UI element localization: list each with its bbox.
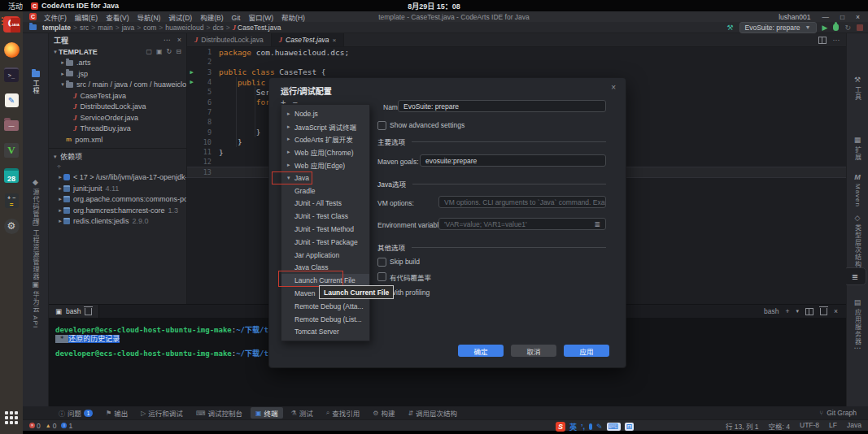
config-type-6[interactable]: Gradle <box>281 184 369 197</box>
editor-tab-0[interactable]: JDistributedLock.java <box>187 33 272 46</box>
activity-right-maven[interactable]: MMaven <box>847 173 868 207</box>
activity-right-outline[interactable]: ≣ <box>844 267 866 285</box>
menu-item-4[interactable]: 调试(D) <box>164 14 196 22</box>
activity-left-resource-explorer[interactable]: ▢工程资源管理器 <box>23 219 48 280</box>
virtual-keyboard-icon[interactable]: ⌨ <box>607 423 621 431</box>
dependency-item-3[interactable]: ▸org.hamcrest:hamcrest-core1.3 <box>49 205 186 216</box>
panel-tab-call-hierarchy[interactable]: ⇵调用层次结构 <box>403 407 462 419</box>
close-panel-icon[interactable]: × <box>177 36 181 44</box>
split-terminal-icon[interactable] <box>805 308 813 315</box>
breadcrumb-seg-2[interactable]: main <box>96 24 114 32</box>
status-item-2[interactable]: UTF-8 <box>800 421 819 431</box>
close-panel-icon[interactable]: × <box>834 307 838 315</box>
close-button[interactable]: × <box>856 13 860 21</box>
more-actions-icon[interactable]: ⋯ <box>164 36 171 44</box>
skip-build-checkbox[interactable] <box>377 258 386 267</box>
cancel-button[interactable]: 取消 <box>511 345 556 357</box>
errors-indicator[interactable]: × 0 <box>29 422 41 430</box>
new-file-icon[interactable]: ▢ <box>146 48 152 55</box>
user-name[interactable]: lushan001 <box>779 13 810 21</box>
dock-firefox[interactable] <box>2 39 21 60</box>
dock-settings[interactable]: ⚙ <box>2 215 21 237</box>
panel-tab-terminal[interactable]: ▣终端 <box>251 407 283 419</box>
status-item-3[interactable]: LF <box>829 421 837 431</box>
git-graph-label[interactable]: Git Graph <box>827 409 857 417</box>
dock-calendar[interactable]: 28 <box>2 165 21 186</box>
dock-codearts[interactable]: CJAVA <box>2 14 21 35</box>
editor-tab-1[interactable]: JCaseTest.java× <box>272 33 344 46</box>
run-gutter-icon[interactable]: ▶ <box>187 69 196 76</box>
activity-left-huawei-cloud-api[interactable]: ▣华为云 API <box>23 280 48 328</box>
ok-button[interactable]: 确定 <box>458 345 504 357</box>
config-type-5[interactable]: ▾Java <box>281 171 369 184</box>
warnings-indicator[interactable]: ▲ 0 <box>46 422 57 430</box>
delete-terminal-icon[interactable] <box>820 308 827 315</box>
activity-right-app-server[interactable]: ▤应用服务器 <box>847 298 868 345</box>
dependencies-filter-icon[interactable]: ÷ <box>49 163 186 172</box>
config-type-9[interactable]: JUnit - Test Method <box>281 223 369 236</box>
config-type-7[interactable]: JUnit - All Tests <box>281 197 369 210</box>
run-config-selector[interactable]: EvoSuite: prepare ▼ <box>739 22 817 33</box>
menu-item-1[interactable]: 编辑(E) <box>71 14 102 22</box>
ime-punctuation-toggle[interactable]: ’, <box>581 423 585 431</box>
clock[interactable]: 8月29日 15：08 <box>0 1 868 11</box>
maximize-button[interactable]: □ <box>840 13 844 21</box>
maven-goals-input[interactable]: evosuite:prepare <box>420 154 606 167</box>
config-type-3[interactable]: ▸Web 应用(Chrome) <box>281 145 369 158</box>
tree-item-2[interactable]: ▸.jsp <box>49 68 186 80</box>
config-type-8[interactable]: JUnit - Test Class <box>281 210 369 223</box>
dock-calculator[interactable]: + −= <box>2 190 21 211</box>
dependency-item-0[interactable]: ▸< 17 > /usr/lib/jvm/java-17-openjdk-amd… <box>49 172 186 184</box>
activity-right-tools[interactable]: ⚒工具 <box>847 76 868 101</box>
tree-item-7[interactable]: JThreadBuy.java <box>49 124 186 135</box>
panel-tab-test[interactable]: ⚗测试 <box>286 407 318 419</box>
microphone-icon[interactable] <box>589 423 592 430</box>
config-type-0[interactable]: ▸Node.js <box>281 107 369 120</box>
run-gutter-icon[interactable]: ▶ <box>187 79 196 85</box>
new-folder-icon[interactable]: ▣ <box>156 48 163 55</box>
dock-terminal[interactable]: >_ <box>2 64 21 85</box>
activity-left-project[interactable]: 工程 <box>23 71 48 94</box>
tree-item-1[interactable]: ▸.arts <box>49 58 186 69</box>
handwriting-pen-icon[interactable]: ✎ <box>596 423 603 431</box>
panel-tab-problems[interactable]: ⓘ问题1 <box>54 407 98 419</box>
build-hammer-icon[interactable]: ⚒ <box>726 24 733 32</box>
config-type-11[interactable]: Jar Application <box>281 249 369 262</box>
dock-text-editor[interactable]: ✎ <box>2 89 21 111</box>
name-input[interactable]: EvoSuite: prepare <box>398 100 606 112</box>
panel-tab-find-references[interactable]: ⌕查找引用 <box>321 407 365 419</box>
close-tab-icon[interactable]: × <box>333 37 337 44</box>
tree-item-5[interactable]: JDistributedLock.java <box>49 102 186 113</box>
config-type-2[interactable]: ▸CodeArts 扩展开发 <box>281 133 369 146</box>
breadcrumb-seg-1[interactable]: src <box>78 24 90 32</box>
minimize-button[interactable]: — <box>822 13 829 21</box>
breadcrumb-seg-3[interactable]: java <box>120 24 137 32</box>
activity-right-more[interactable]: ⋯ <box>847 344 868 352</box>
run-button[interactable]: ▶ <box>822 24 828 32</box>
ime-language-toggle[interactable]: 英 <box>569 422 577 432</box>
dependency-item-1[interactable]: ▸junit:junit4.11 <box>49 183 186 194</box>
config-type-15[interactable]: Remote Debug (Atta... <box>281 300 369 313</box>
editor-more-actions-icon[interactable]: ⋯ <box>833 36 840 44</box>
menu-item-0[interactable]: 文件(F) <box>40 14 71 22</box>
breadcrumb-seg-4[interactable]: com <box>142 24 158 32</box>
config-type-17[interactable]: Tomcat Server <box>281 326 369 339</box>
config-type-16[interactable]: Remote Debug (List... <box>281 313 369 326</box>
advanced-settings-checkbox[interactable] <box>377 121 386 130</box>
breadcrumb-seg-5[interactable]: huaweicloud <box>164 24 205 32</box>
activity-right-extensions[interactable]: ▦扩展 <box>847 136 868 161</box>
kill-terminal-icon[interactable] <box>85 308 92 315</box>
config-type-4[interactable]: ▸Web 应用(Edge) <box>281 158 369 171</box>
coverage-checkbox[interactable] <box>377 272 386 281</box>
menu-item-5[interactable]: 构建(B) <box>196 14 227 22</box>
collapse-all-icon[interactable]: ⊟ <box>176 48 181 55</box>
status-item-4[interactable]: Java <box>847 421 861 431</box>
infos-indicator[interactable]: i 1 <box>61 422 72 430</box>
env-vars-input[interactable]: 'VAR=value; VAR1=value1' ≣ <box>438 218 606 230</box>
refresh-icon[interactable]: ↻ <box>167 48 172 55</box>
dock-vim[interactable]: V <box>2 140 21 161</box>
rerun-icon[interactable]: ↻ <box>844 24 851 32</box>
breadcrumb-seg-0[interactable]: template <box>41 24 72 32</box>
menu-item-6[interactable]: Git <box>228 14 245 22</box>
tree-item-8[interactable]: mpom.xml <box>49 134 186 145</box>
